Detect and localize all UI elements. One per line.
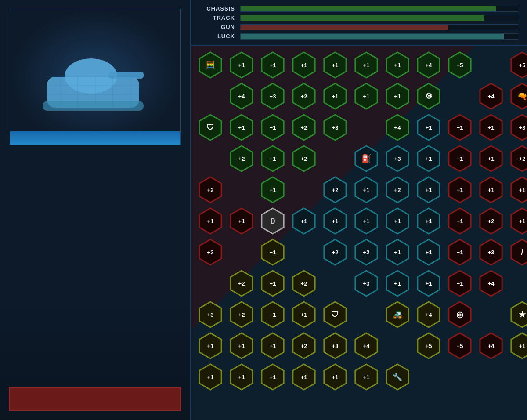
hex-node-r1-c2[interactable]: +4: [227, 81, 256, 111]
hex-node-r3-c8[interactable]: ⛽: [351, 144, 381, 174]
hex-node-r6-c9[interactable]: +1: [383, 237, 412, 267]
hex-node-r6-c0[interactable]: +1: [445, 206, 475, 236]
hex-node-r0-c4[interactable]: +1: [320, 50, 350, 80]
hex-node-r10-c5[interactable]: +1: [258, 362, 288, 392]
hex-node-r3-c5[interactable]: +1: [258, 144, 288, 174]
hex-node-r0-c2[interactable]: +1: [258, 50, 288, 80]
hex-node-r5-c7[interactable]: +1: [320, 206, 350, 236]
hex-node-r5-c4[interactable]: +1: [227, 206, 256, 236]
hex-node-r9-c5[interactable]: +1: [258, 331, 288, 361]
hex-node-r4-c7[interactable]: +2: [320, 175, 350, 205]
hex-node-r3-c6[interactable]: +2: [289, 144, 319, 174]
hex-node-r7-c0[interactable]: +1: [445, 237, 475, 267]
hex-node-r7-c2[interactable]: /: [507, 237, 527, 267]
hex-node-r1-c7[interactable]: +1: [383, 81, 412, 111]
hex-node-r6-c8[interactable]: +2: [351, 237, 381, 267]
hex-node-r7-c9[interactable]: +1: [383, 268, 412, 298]
hex-node-r4-c2[interactable]: +2: [507, 144, 527, 174]
hex-node-r0-c7[interactable]: +4: [414, 50, 444, 80]
hex-node-r7-c1[interactable]: +3: [476, 237, 506, 267]
hex-node-r10-c0[interactable]: +5: [445, 331, 475, 361]
hex-node-r3-c9[interactable]: +3: [383, 144, 412, 174]
hex-node-r6-c2[interactable]: +1: [507, 206, 527, 236]
hex-node-r5-c5[interactable]: 0: [258, 206, 288, 236]
hex-node-r3-c1[interactable]: +1: [476, 112, 506, 142]
hex-node-r6-c7[interactable]: +2: [320, 237, 350, 267]
hex-node-r6-c1[interactable]: +2: [476, 206, 506, 236]
hex-node-r9-c6[interactable]: +2: [289, 331, 319, 361]
hex-node-r5-c10[interactable]: +1: [414, 206, 444, 236]
hex-node-r0-c3[interactable]: +1: [289, 50, 319, 80]
hex-node-r0-c5[interactable]: +1: [351, 50, 381, 80]
hex-node-r8-c3[interactable]: +3: [195, 300, 225, 329]
hex-node-r9-c8[interactable]: +4: [351, 331, 381, 361]
hex-node-r2-c3[interactable]: +1: [227, 112, 256, 142]
hex-node-r8-c6[interactable]: +1: [289, 300, 319, 329]
hex-node-r3-c4[interactable]: +2: [227, 144, 256, 174]
hex-node-r1-c8[interactable]: ⚙: [414, 81, 444, 111]
hex-node-r9-c0[interactable]: ◎: [445, 300, 475, 329]
hex-node-r7-c10[interactable]: +1: [414, 268, 444, 298]
hex-node-r6-c10[interactable]: +1: [414, 237, 444, 267]
hex-node-r1-c0[interactable]: +5: [507, 50, 527, 80]
hex-node-r6-c5[interactable]: +1: [258, 237, 288, 267]
hex-node-r3-c2[interactable]: +3: [507, 112, 527, 142]
hex-node-r5-c1[interactable]: +1: [476, 175, 506, 205]
hex-node-r4-c0[interactable]: +1: [445, 144, 475, 174]
hex-node-r5-c0[interactable]: +1: [445, 175, 475, 205]
hex-node-r2-c2[interactable]: 🛡: [195, 112, 225, 142]
hex-node-r9-c2[interactable]: ★: [507, 300, 527, 329]
hex-node-r9-c3[interactable]: +1: [195, 331, 225, 361]
hex-node-r9-c7[interactable]: +3: [320, 331, 350, 361]
hex-node-r7-c6[interactable]: +2: [289, 268, 319, 298]
hex-node-r8-c0[interactable]: +1: [445, 268, 475, 298]
hex-node-r5-c9[interactable]: +1: [383, 206, 412, 236]
hex-node-r7-c4[interactable]: +2: [227, 268, 256, 298]
hex-node-r3-c0[interactable]: +1: [445, 112, 475, 142]
hex-node-r7-c5[interactable]: +1: [258, 268, 288, 298]
hex-node-r10-c9[interactable]: 🔧: [383, 362, 412, 392]
hex-node-r10-c3[interactable]: +1: [195, 362, 225, 392]
hex-node-r2-c1[interactable]: 🔫: [507, 81, 527, 111]
hex-node-r9-c10[interactable]: +5: [414, 331, 444, 361]
hex-node-r0-c0[interactable]: 🧮: [195, 50, 225, 80]
hex-node-r5-c6[interactable]: +1: [289, 206, 319, 236]
hex-node-r2-c5[interactable]: +2: [289, 112, 319, 142]
hex-node-r5-c3[interactable]: +1: [195, 206, 225, 236]
hex-node-r2-c4[interactable]: +1: [258, 112, 288, 142]
hex-node-r4-c1[interactable]: +1: [476, 144, 506, 174]
reset-upgrades-button[interactable]: [9, 387, 181, 411]
hex-node-r10-c2[interactable]: +1: [507, 331, 527, 361]
hex-node-r10-c7[interactable]: +1: [320, 362, 350, 392]
hex-node-r10-c1[interactable]: +4: [476, 331, 506, 361]
hex-node-r4-c9[interactable]: +2: [383, 175, 412, 205]
hex-node-r10-c6[interactable]: +1: [289, 362, 319, 392]
hex-node-r8-c7[interactable]: 🛡: [320, 300, 350, 329]
hex-node-r1-c5[interactable]: +1: [320, 81, 350, 111]
hex-node-r8-c4[interactable]: +2: [227, 300, 256, 329]
hex-node-r8-c10[interactable]: +4: [414, 300, 444, 329]
hex-node-r6-c3[interactable]: +2: [195, 237, 225, 267]
hex-node-r4-c8[interactable]: +1: [351, 175, 381, 205]
hex-node-r2-c6[interactable]: +3: [320, 112, 350, 142]
hex-node-r1-c6[interactable]: +1: [351, 81, 381, 111]
hex-node-r3-c10[interactable]: +1: [414, 144, 444, 174]
hex-node-r5-c2[interactable]: +1: [507, 175, 527, 205]
hex-node-r4-c3[interactable]: +2: [195, 175, 225, 205]
hex-node-r4-c10[interactable]: +1: [414, 175, 444, 205]
hex-node-r1-c4[interactable]: +2: [289, 81, 319, 111]
hex-node-r10-c4[interactable]: +1: [227, 362, 256, 392]
hex-node-r8-c9[interactable]: 🚜: [383, 300, 412, 329]
hex-node-r0-c8[interactable]: +5: [445, 50, 475, 80]
hex-node-r8-c1[interactable]: +4: [476, 268, 506, 298]
hex-node-r10-c8[interactable]: +1: [351, 362, 381, 392]
hex-node-r4-c5[interactable]: +1: [258, 175, 288, 205]
hex-node-r7-c8[interactable]: +3: [351, 268, 381, 298]
hex-node-r2-c0[interactable]: +4: [476, 81, 506, 111]
hex-node-r1-c3[interactable]: +3: [258, 81, 288, 111]
hex-node-r9-c4[interactable]: +1: [227, 331, 256, 361]
hex-node-r5-c8[interactable]: +1: [351, 206, 381, 236]
hex-node-r2-c9[interactable]: +1: [414, 112, 444, 142]
hex-node-r8-c5[interactable]: +1: [258, 300, 288, 329]
hex-node-r0-c6[interactable]: +1: [383, 50, 412, 80]
